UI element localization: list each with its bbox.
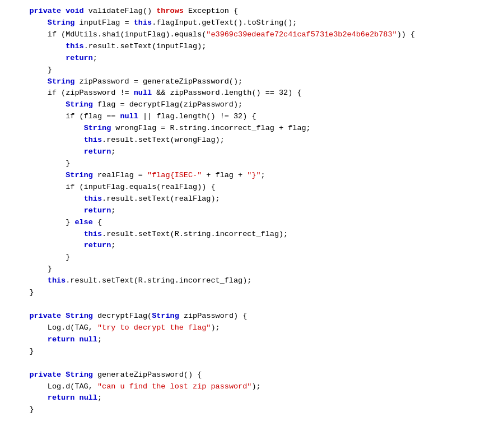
code-token: return [84,240,111,252]
code-line: return; [11,240,493,252]
code-token: return [48,392,75,404]
code-token: this [48,275,66,287]
code-token [11,275,48,287]
code-token: if (flag == [11,111,120,123]
code-token: null [80,334,97,346]
code-line: private String generateZipPassword() { [11,369,493,381]
code-token: "flag{ISEC-" [147,170,202,182]
code-line: } [11,404,493,416]
code-token: .result.setText(inputFlag); [84,41,207,53]
code-token: null [120,111,138,123]
code-line: return; [11,205,493,217]
code-token: } [11,252,70,263]
code-token: } [11,287,34,299]
code-token: String [152,311,179,322]
code-token: zipPassword) { [179,311,248,322]
code-token: return [48,334,75,346]
code-token [11,334,48,346]
code-token: String [66,99,93,111]
code-token [11,123,84,135]
code-token: String [66,369,93,381]
code-token: String [11,17,80,29]
code-token: .result.setText(R.string.incorrect_flag)… [102,229,288,240]
code-token [11,311,29,322]
code-token: } [11,346,34,358]
code-token: this [66,41,83,53]
code-token: void [66,6,83,17]
code-line: if (inputFlag.equals(realFlag)) { [11,182,493,193]
code-token: .result.setText(R.string.incorrect_flag)… [66,275,251,287]
code-line: String inputFlag = this.flagInput.getTex… [11,17,493,29]
code-token [74,392,79,404]
code-token [11,240,84,252]
code-token: "can u find the lost zip password" [97,381,251,393]
code-line: this.result.setText(realFlag); [11,193,493,205]
code-token: ; [97,392,102,404]
code-token: String [48,76,75,88]
code-token: Log.d(TAG, [11,381,97,393]
code-token: Exception { [184,6,238,17]
code-line: if (flag == null || flag.length() != 32)… [11,111,493,123]
code-token: flag = decryptFlag(zipPassword); [93,99,242,111]
code-token: && zipPassword.length() == 32) { [152,87,301,99]
code-token: validateFlag() [84,6,157,17]
code-token: String [66,170,93,182]
code-token: } [11,217,74,229]
code-token: } [11,263,52,275]
code-token: realFlag = [93,170,147,182]
code-token: return [84,205,111,217]
code-token: "try to decrypt the flag" [97,322,211,334]
code-token [11,229,84,240]
code-token: Log.d(TAG, [11,322,97,334]
code-token [11,6,29,17]
code-token [11,53,66,64]
code-token: else [74,217,92,229]
code-token [11,392,48,404]
code-line: return null; [11,334,493,346]
code-line: Log.d(TAG, "can u find the lost zip pass… [11,381,493,393]
code-token: + flag + [202,170,247,182]
code-line: String realFlag = "flag{ISEC-" + flag + … [11,170,493,182]
code-token: private [29,311,61,322]
code-line [11,299,493,311]
code-token: null [134,87,152,99]
code-token: { [93,217,102,229]
code-token: this [84,135,102,146]
code-token [11,369,29,381]
code-token: this [84,193,102,205]
code-line: } [11,158,493,170]
code-line: this.result.setText(R.string.incorrect_f… [11,275,493,287]
code-line: String zipPassword = generateZipPassword… [11,76,493,88]
code-token [11,205,84,217]
code-token: this [84,229,102,240]
code-token [61,6,66,17]
code-token [11,76,48,88]
code-token: .result.setText(realFlag); [102,193,220,205]
code-token: String [66,311,93,322]
code-line: return; [11,53,493,64]
code-token [11,135,84,146]
code-token: ); [211,322,220,334]
code-token: decryptFlag( [93,311,152,322]
code-token: private [29,369,61,381]
code-token: return [66,53,93,64]
code-line: } [11,64,493,76]
code-line: } [11,252,493,263]
code-token: || flag.length() != 32) { [138,111,256,123]
code-line: } [11,263,493,275]
code-line: String flag = decryptFlag(zipPassword); [11,99,493,111]
code-token: wrongFlag = R.string.incorrect_flag + fl… [111,123,310,135]
code-token [11,99,66,111]
code-token [11,41,66,53]
code-line: if (MdUtils.sha1(inputFlag).equals("e396… [11,29,493,41]
code-token: } [11,404,34,416]
code-token: )) { [397,29,415,41]
code-line: return; [11,146,493,158]
code-token: if (MdUtils.sha1(inputFlag).equals( [11,29,206,41]
code-token: zipPassword = generateZipPassword(); [74,76,242,88]
code-block: private void validateFlag() throws Excep… [0,6,504,416]
code-line: String wrongFlag = R.string.incorrect_fl… [11,123,493,135]
code-token: null [80,392,97,404]
code-token: .result.setText(wrongFlag); [102,135,225,146]
code-token [61,369,66,381]
